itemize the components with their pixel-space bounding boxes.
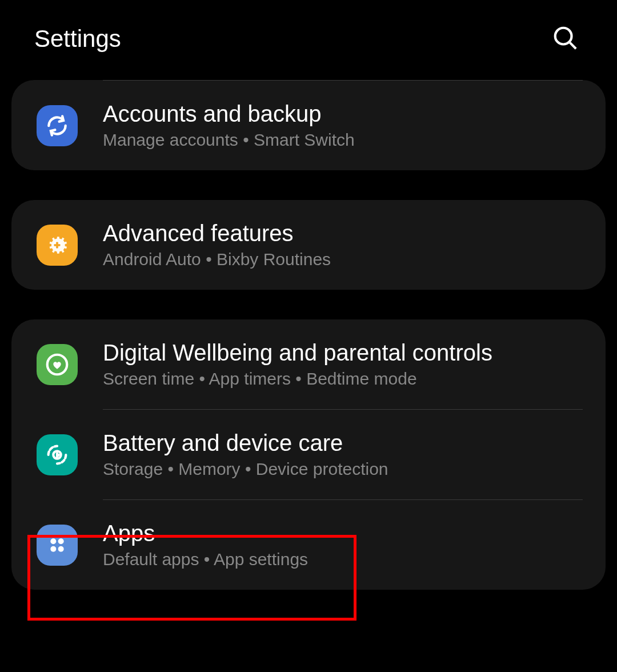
page-title: Settings — [34, 25, 121, 53]
settings-item-subtitle: Manage accounts • Smart Switch — [103, 130, 355, 150]
settings-item-title: Digital Wellbeing and parental controls — [103, 340, 492, 366]
settings-item-subtitle: Storage • Memory • Device protection — [103, 459, 388, 479]
svg-line-1 — [570, 43, 576, 49]
svg-point-0 — [555, 28, 572, 45]
settings-group-advanced: Advanced features Android Auto • Bixby R… — [11, 200, 606, 290]
settings-item-advanced[interactable]: Advanced features Android Auto • Bixby R… — [11, 200, 606, 290]
svg-point-8 — [50, 546, 56, 551]
settings-item-text: Digital Wellbeing and parental controls … — [103, 340, 492, 389]
battery-care-icon — [37, 434, 78, 475]
settings-item-title: Apps — [103, 521, 308, 546]
settings-item-text: Advanced features Android Auto • Bixby R… — [103, 221, 331, 269]
settings-item-subtitle: Default apps • App settings — [103, 550, 308, 569]
settings-item-title: Advanced features — [103, 221, 331, 246]
svg-point-7 — [58, 538, 64, 544]
settings-item-apps[interactable]: Apps Default apps • App settings — [11, 500, 606, 590]
search-icon — [552, 25, 578, 51]
settings-item-battery[interactable]: Battery and device care Storage • Memory… — [11, 410, 606, 499]
settings-item-text: Battery and device care Storage • Memory… — [103, 430, 388, 479]
svg-rect-3 — [54, 244, 61, 246]
apps-grid-icon — [37, 525, 78, 566]
settings-item-subtitle: Screen time • App timers • Bedtime mode — [103, 369, 492, 389]
header: Settings — [0, 0, 617, 80]
settings-group-device: Digital Wellbeing and parental controls … — [11, 319, 606, 590]
svg-point-6 — [50, 538, 56, 544]
settings-item-text: Apps Default apps • App settings — [103, 521, 308, 569]
settings-item-title: Battery and device care — [103, 430, 388, 456]
settings-item-wellbeing[interactable]: Digital Wellbeing and parental controls … — [11, 319, 606, 409]
settings-item-title: Accounts and backup — [103, 101, 355, 127]
svg-point-9 — [58, 546, 64, 551]
gear-plus-icon — [37, 225, 78, 266]
heart-circle-icon — [37, 344, 78, 385]
settings-item-accounts[interactable]: Accounts and backup Manage accounts • Sm… — [11, 81, 606, 170]
settings-item-text: Accounts and backup Manage accounts • Sm… — [103, 101, 355, 150]
settings-group-accounts: Accounts and backup Manage accounts • Sm… — [11, 80, 606, 170]
search-button[interactable] — [547, 20, 583, 57]
settings-item-subtitle: Android Auto • Bixby Routines — [103, 250, 331, 269]
sync-icon — [37, 105, 78, 146]
